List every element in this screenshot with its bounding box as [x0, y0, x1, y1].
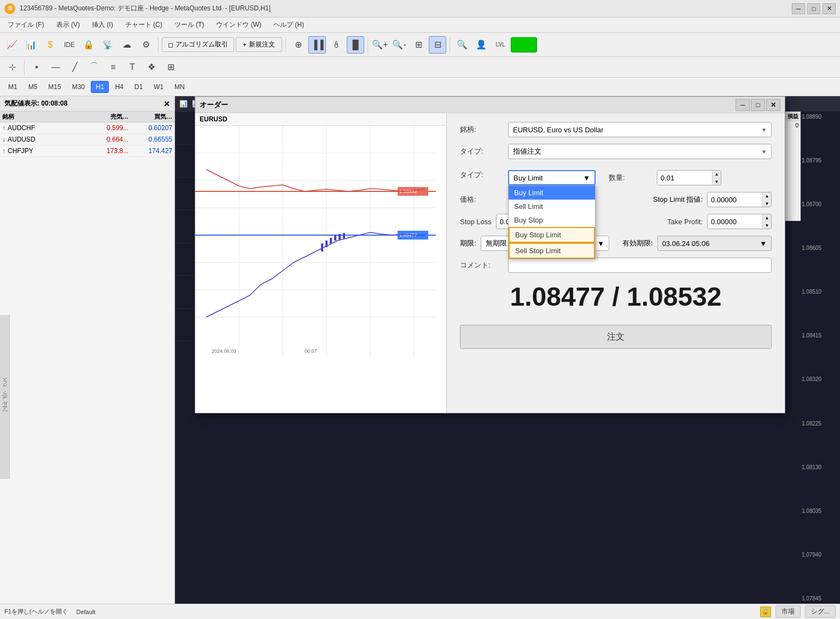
candle-icon[interactable]: 🕯 [328, 36, 345, 54]
text-icon[interactable]: T [124, 59, 141, 76]
sl-tp-row: Stop Loss ▲ ▼ Take Profit: [460, 214, 772, 229]
close-button[interactable]: ✕ [822, 3, 836, 14]
tf-w1[interactable]: W1 [149, 81, 168, 93]
ide-icon[interactable]: IDE [61, 36, 78, 54]
dollar-icon[interactable]: $ [42, 36, 59, 54]
valid-select[interactable]: 03.06.24 05:06 ▼ [657, 236, 772, 251]
volume-spin-down[interactable]: ▼ [713, 178, 721, 185]
shape-icon[interactable]: ❖ [143, 59, 160, 76]
grid-icon[interactable]: ⊞ [410, 36, 427, 54]
volume-spin-up[interactable]: ▲ [713, 170, 721, 178]
big-price-display: 1.08477 / 1.08532 [460, 282, 772, 312]
cursor-icon[interactable]: ⊹ [3, 59, 21, 76]
dot-icon[interactable]: • [28, 59, 45, 76]
menu-tools[interactable]: ツール (T) [169, 19, 210, 31]
tf-m5[interactable]: M5 [24, 81, 43, 93]
title-bar: ⑤ 123456789 - MetaQuotes-Demo: デモ口座 - He… [0, 0, 840, 17]
line-chart-icon[interactable]: 📈 [3, 36, 21, 54]
search-icon[interactable]: 🔍 [453, 36, 471, 54]
minimize-button[interactable]: ─ [792, 3, 805, 14]
dropdown-item-sell-limit[interactable]: Sell Limit [509, 200, 595, 213]
market-watch-close[interactable]: ✕ [164, 100, 170, 108]
dialog-close[interactable]: ✕ [766, 99, 780, 111]
bar-icon[interactable]: ▐▐ [308, 36, 326, 54]
radio-icon[interactable]: 📡 [99, 36, 116, 54]
tf-h4[interactable]: H4 [110, 81, 128, 93]
menu-insert[interactable]: 挿入 (I) [86, 19, 119, 31]
cloud-icon[interactable]: ☁ [118, 36, 136, 54]
period-label: 期限: [460, 238, 476, 248]
type-dropdown-menu: Buy Limit Sell Limit Buy Stop Buy Stop L… [508, 185, 596, 259]
maximize-button[interactable]: □ [807, 3, 820, 14]
mw-row-chfjpy[interactable]: ↑ CHFJPY 173.8... 174.427 [0, 145, 174, 157]
parallel-icon[interactable]: ≡ [104, 59, 122, 76]
symbol-select[interactable]: EURUSD, Euro vs US Dollar ▼ [508, 122, 772, 137]
menu-view[interactable]: 表示 (V) [51, 19, 85, 31]
market-button[interactable]: 市場 [775, 605, 801, 618]
active-view-icon[interactable]: ▐▌ [347, 36, 364, 54]
stop-limit-field[interactable]: ▲ ▼ [707, 192, 772, 207]
polyline-icon[interactable]: ⌒ [85, 59, 103, 76]
dropdown-item-buy-stop-limit[interactable]: Buy Stop Limit [509, 227, 595, 243]
toolbar-separator-3 [368, 37, 368, 52]
period-icon[interactable]: ⊟ [429, 36, 446, 54]
person-icon[interactable]: 👤 [472, 36, 490, 54]
tf-h1[interactable]: H1 [91, 81, 109, 93]
tf-mn[interactable]: MN [170, 81, 190, 93]
sig-button[interactable]: シグ... [805, 605, 836, 618]
type-volume-row: タイプ: Buy Limit ▼ Buy Limit Sell Limit Bu… [460, 170, 772, 185]
mini-chart: EURUSD [195, 113, 447, 413]
period-row: 期限: 無期限 ▼ 有効期限: 03.06.24 05:06 ▼ [460, 236, 772, 251]
crosshair-icon[interactable]: ⊕ [289, 36, 307, 54]
tf-m1[interactable]: M1 [3, 81, 22, 93]
lvl-icon[interactable]: LVL [492, 36, 509, 54]
lock-status-icon: 🔒 [760, 606, 771, 617]
type-select-1[interactable]: 指値注文 ▼ [508, 144, 772, 159]
expand-icon[interactable]: ⊞ [162, 59, 179, 76]
submit-order-button[interactable]: 注文 [460, 325, 772, 349]
menu-window[interactable]: ウインドウ (W) [211, 19, 267, 31]
lock-icon[interactable]: 🔒 [80, 36, 97, 54]
signal-icon[interactable]: ⚙ [137, 36, 155, 54]
horizontal-line-icon[interactable]: — [47, 59, 65, 76]
mw-row-audusd[interactable]: ↓ AUDUSD 0.664... 0.66555 [0, 134, 174, 145]
dialog-maximize[interactable]: □ [751, 99, 765, 111]
dropdown-item-sell-stop-limit[interactable]: Sell Stop Limit [509, 243, 595, 259]
volume-input[interactable] [657, 171, 712, 185]
stop-limit-spinners: ▲ ▼ [762, 192, 771, 207]
tf-d1[interactable]: D1 [130, 81, 148, 93]
menu-chart[interactable]: チャート (C) [120, 19, 168, 31]
take-profit-spin-up[interactable]: ▲ [763, 214, 771, 221]
type-dropdown-container: Buy Limit ▼ Buy Limit Sell Limit Buy Sto… [508, 170, 596, 185]
comment-input[interactable] [508, 258, 772, 273]
zoom-out-icon[interactable]: 🔍- [390, 36, 408, 54]
price-label-5: 1.08510 [802, 289, 839, 295]
dropdown-item-buy-limit[interactable]: Buy Limit [509, 186, 595, 200]
tf-m15[interactable]: M15 [43, 81, 66, 93]
dialog-minimize[interactable]: ─ [736, 99, 750, 111]
bar-chart-icon[interactable]: 📊 [22, 36, 40, 54]
arrow-up-icon-2: ↑ [2, 147, 5, 155]
take-profit-input[interactable] [708, 214, 762, 229]
stop-limit-spin-down[interactable]: ▼ [763, 200, 771, 207]
zoom-in-icon[interactable]: 🔍+ [371, 36, 389, 54]
tf-m30[interactable]: M30 [67, 81, 90, 93]
take-profit-field[interactable]: ▲ ▼ [707, 214, 772, 229]
diagonal-line-icon[interactable]: ╱ [66, 59, 84, 76]
stop-limit-spin-up[interactable]: ▲ [763, 192, 771, 200]
algo-trading-button[interactable]: ◻ アルゴリズム取引 [162, 37, 234, 52]
svg-text:2024.06.03: 2024.06.03 [212, 348, 236, 354]
mw-row-audchf[interactable]: ↑ AUDCHF 0.599... 0.60207 [0, 122, 174, 134]
menu-file[interactable]: ファイル (F) [2, 19, 50, 31]
col-ask: 買気… [129, 113, 172, 121]
window-controls: ─ □ ✕ [792, 3, 836, 14]
symbol-row: 銘柄: EURUSD, Euro vs US Dollar ▼ [460, 122, 772, 137]
new-order-button[interactable]: + 新規注文 [236, 37, 282, 52]
stop-limit-input[interactable] [708, 192, 762, 207]
take-profit-spin-down[interactable]: ▼ [763, 221, 771, 229]
price-row: 価格: ▲ ▼ Stop Limit 指値: [460, 192, 772, 207]
type-dropdown-trigger[interactable]: Buy Limit ▼ [508, 170, 596, 185]
dropdown-item-buy-stop[interactable]: Buy Stop [509, 213, 595, 227]
menu-help[interactable]: ヘルプ (H) [268, 19, 310, 31]
volume-field[interactable]: ▲ ▼ [657, 170, 721, 185]
